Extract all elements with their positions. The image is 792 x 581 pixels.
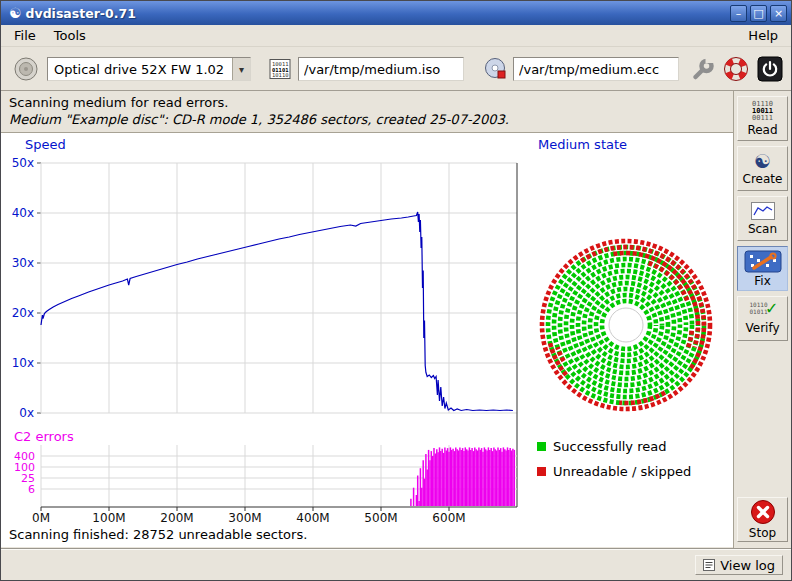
medium-state-disc [534,233,718,417]
drive-icon [13,56,39,82]
status-header: Scanning medium for read errors. Medium … [1,91,733,133]
create-label: Create [743,172,783,186]
speed-c2-chart: 50x40x30x20x10x0x0M100M200M300M400M500M6… [1,151,531,535]
fix-button[interactable]: Fix [737,246,788,291]
svg-text:6: 6 [28,483,35,496]
medium-state-title: Medium state [538,137,627,152]
svg-text:10110: 10110 [272,72,289,78]
verify-button[interactable]: 10110 01011 ✓ Verify [737,296,788,341]
chevron-down-icon: ▾ [232,58,250,80]
chart-icon [751,202,775,221]
svg-text:0M: 0M [32,511,50,525]
app-window: ☯ dvdisaster-0.71 – □ × File Tools Help … [0,0,792,581]
svg-text:50x: 50x [12,156,34,170]
scan-button[interactable]: Scan [737,196,788,241]
svg-text:30x: 30x [12,256,34,270]
main-area: Scanning medium for read errors. Medium … [1,91,733,548]
svg-text:10x: 10x [12,356,34,370]
status-line-2: Medium "Example disc": CD-R mode 1, 3524… [9,112,733,127]
scan-result-status: Scanning finished: 28752 unreadable sect… [9,527,307,542]
iso-file-icon: 10011 01101 10110 [267,56,293,82]
svg-text:0x: 0x [19,406,34,420]
green-swatch [537,442,546,451]
speed-chart-title: Speed [25,137,66,152]
checkmark-icon: ✓ [765,299,778,318]
legend-label-read: Successfully read [553,439,666,454]
svg-text:300M: 300M [228,511,261,525]
minimize-button[interactable]: – [730,5,747,22]
power-icon [757,56,783,82]
svg-text:600M: 600M [432,511,465,525]
drive-icon-button[interactable] [13,56,39,82]
read-button[interactable]: 01110 10011 00111 Read [737,96,788,141]
verify-check-icon: 10110 01011 ✓ [748,302,778,320]
menu-help[interactable]: Help [739,26,787,45]
read-label: Read [747,123,777,137]
fix-tool-icon [744,250,782,273]
titlebar[interactable]: ☯ dvdisaster-0.71 – □ × [1,1,791,25]
drive-select-value: Optical drive 52X FW 1.02 [48,62,232,77]
drive-select[interactable]: Optical drive 52X FW 1.02 ▾ [47,57,251,81]
scan-label: Scan [748,222,777,236]
menu-file[interactable]: File [5,26,45,45]
menu-tools[interactable]: Tools [45,26,95,45]
bottom-bar: View log [1,548,791,581]
fix-label: Fix [754,274,770,288]
toolbar: Optical drive 52X FW 1.02 ▾ 10011 01101 … [1,48,791,91]
menubar: File Tools Help [1,25,791,47]
ecc-file-icon [482,56,508,82]
legend-successfully-read: Successfully read [537,439,666,454]
preferences-button[interactable] [689,56,715,82]
window-title: dvdisaster-0.71 [26,6,727,21]
yin-yang-icon: ☯ [754,151,771,171]
legend-unreadable: Unreadable / skipped [537,464,691,479]
verify-label: Verify [745,321,779,335]
svg-text:500M: 500M [364,511,397,525]
status-line-1: Scanning medium for read errors. [9,95,733,110]
stop-label: Stop [749,526,776,540]
quit-button[interactable] [757,56,783,82]
chart-panel: Speed Medium state C2 errors 50x40x30x20… [1,133,733,547]
legend-label-unreadable: Unreadable / skipped [553,464,691,479]
svg-text:200M: 200M [160,511,193,525]
svg-text:20x: 20x [12,306,34,320]
lifebuoy-icon [723,56,749,82]
ecc-path-input[interactable] [513,57,679,81]
svg-text:40x: 40x [12,206,34,220]
wrench-icon [689,56,715,82]
view-log-button[interactable]: View log [695,555,783,575]
action-sidebar: 01110 10011 00111 Read ☯ Create Scan [733,91,791,548]
create-button[interactable]: ☯ Create [737,146,788,191]
close-button[interactable]: × [770,5,787,22]
app-icon: ☯ [9,6,22,20]
iso-path-input[interactable] [298,57,464,81]
binary-icon: 01110 10011 00111 [752,101,773,122]
stop-x-icon [750,499,776,525]
svg-text:100M: 100M [92,511,125,525]
maximize-button[interactable]: □ [750,5,767,22]
help-button[interactable] [723,56,749,82]
view-log-label: View log [720,558,775,573]
stop-button[interactable]: Stop [737,497,788,542]
svg-text:400M: 400M [296,511,329,525]
log-list-icon [703,559,715,571]
red-swatch [537,467,546,476]
